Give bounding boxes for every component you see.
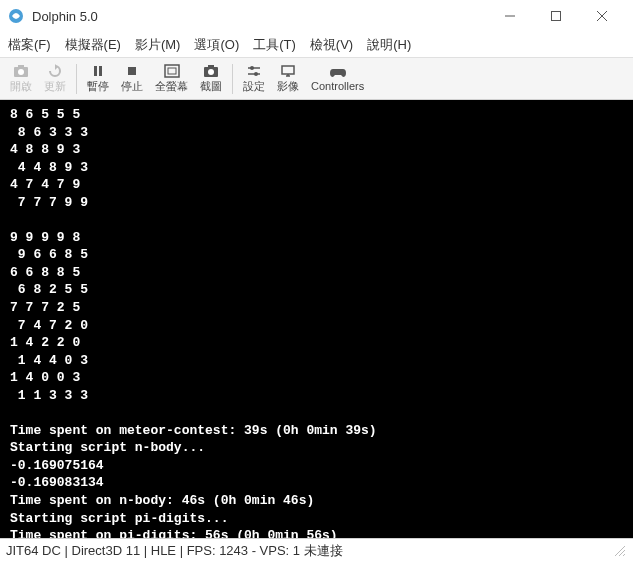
maximize-button[interactable] [533, 0, 579, 32]
pause-label: 暫停 [87, 79, 109, 94]
monitor-icon [280, 64, 296, 78]
stop-button[interactable]: 停止 [115, 62, 149, 96]
screenshot-button[interactable]: 截圖 [194, 62, 228, 96]
refresh-label: 更新 [44, 79, 66, 94]
screenshot-icon [203, 64, 219, 78]
refresh-icon [47, 64, 63, 78]
svg-point-19 [254, 72, 258, 76]
svg-rect-14 [208, 65, 214, 68]
graphics-button[interactable]: 影像 [271, 62, 305, 96]
sliders-icon [246, 64, 262, 78]
svg-rect-10 [128, 67, 136, 75]
graphics-label: 影像 [277, 79, 299, 94]
resize-grip-icon[interactable] [613, 544, 627, 558]
titlebar: Dolphin 5.0 [0, 0, 633, 32]
toolbar: 開啟 更新 暫停 停止 全螢幕 截圖 設定 [0, 58, 633, 100]
settings-label: 設定 [243, 79, 265, 94]
statusbar: JIT64 DC | Direct3D 11 | HLE | FPS: 1243… [0, 538, 633, 562]
menu-tools[interactable]: 工具(T) [253, 36, 296, 54]
svg-line-25 [623, 554, 625, 556]
svg-rect-6 [18, 65, 24, 68]
open-button[interactable]: 開啟 [4, 62, 38, 96]
controllers-label: Controllers [311, 80, 364, 92]
stop-label: 停止 [121, 79, 143, 94]
toolbar-separator [232, 64, 233, 94]
menu-file[interactable]: 檔案(F) [8, 36, 51, 54]
screenshot-label: 截圖 [200, 79, 222, 94]
menu-view[interactable]: 檢視(V) [310, 36, 353, 54]
svg-rect-2 [552, 12, 561, 21]
open-label: 開啟 [10, 79, 32, 94]
svg-point-7 [18, 69, 24, 75]
menubar: 檔案(F) 模擬器(E) 影片(M) 選項(O) 工具(T) 檢視(V) 說明(… [0, 32, 633, 58]
svg-rect-20 [282, 66, 294, 74]
svg-rect-9 [99, 66, 102, 76]
stop-icon [125, 64, 139, 78]
camera-icon [13, 64, 29, 78]
window-title: Dolphin 5.0 [32, 9, 487, 24]
controllers-button[interactable]: Controllers [305, 62, 370, 96]
minimize-button[interactable] [487, 0, 533, 32]
close-button[interactable] [579, 0, 625, 32]
menu-video[interactable]: 影片(M) [135, 36, 181, 54]
menu-options[interactable]: 選項(O) [194, 36, 239, 54]
fullscreen-button[interactable]: 全螢幕 [149, 62, 194, 96]
svg-point-15 [208, 69, 214, 75]
console-output: 8 6 5 5 5 8 6 3 3 3 4 8 8 9 3 4 4 8 9 3 … [0, 100, 633, 538]
status-text: JIT64 DC | Direct3D 11 | HLE | FPS: 1243… [6, 542, 343, 560]
toolbar-separator [76, 64, 77, 94]
refresh-button[interactable]: 更新 [38, 62, 72, 96]
gamepad-icon [329, 65, 347, 79]
svg-point-18 [250, 66, 254, 70]
svg-rect-11 [165, 65, 179, 77]
svg-rect-12 [168, 68, 176, 74]
fullscreen-icon [164, 64, 180, 78]
settings-button[interactable]: 設定 [237, 62, 271, 96]
svg-rect-8 [94, 66, 97, 76]
menu-emulator[interactable]: 模擬器(E) [65, 36, 121, 54]
window-controls [487, 0, 625, 32]
app-icon [8, 8, 24, 24]
pause-button[interactable]: 暫停 [81, 62, 115, 96]
pause-icon [91, 64, 105, 78]
fullscreen-label: 全螢幕 [155, 79, 188, 94]
menu-help[interactable]: 說明(H) [367, 36, 411, 54]
